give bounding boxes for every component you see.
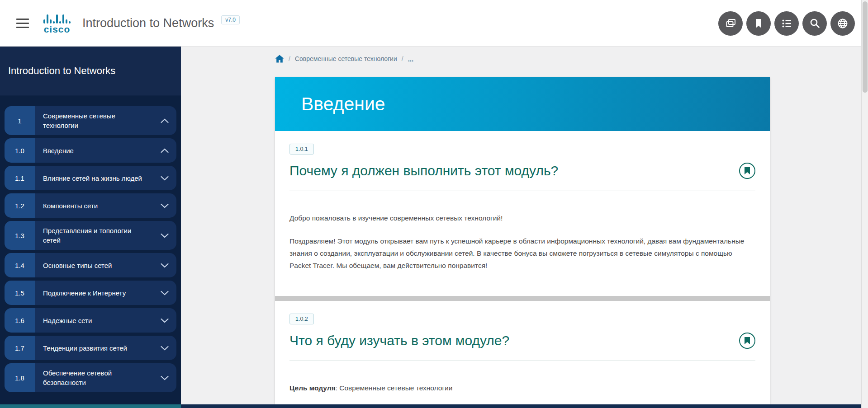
item-number: 1.3 (5, 221, 35, 250)
breadcrumb-ellipsis[interactable]: ... (408, 55, 414, 63)
sidebar-item-1-4[interactable]: 1.4 Основные типы сетей (5, 253, 176, 277)
sidebar-item-1-0[interactable]: 1.0 Введение (5, 138, 176, 163)
item-label: Компоненты сети (35, 193, 153, 218)
cisco-logo: cisco (43, 13, 71, 34)
chevron-down-icon[interactable] (153, 336, 176, 360)
section-banner: Введение (275, 77, 770, 131)
page-scrollbar[interactable] (861, 0, 868, 408)
chevron-up-icon[interactable] (153, 138, 176, 163)
sidebar-item-1[interactable]: 1 Современные сетевые технологии (5, 106, 176, 135)
sidebar-course-title: Introduction to Networks (0, 47, 181, 95)
topic-heading: Что я буду изучать в этом модуле? (289, 333, 509, 348)
item-label: Обеспечение сетевой безопасности (35, 363, 153, 392)
item-label: Подключение к Интернету (35, 281, 153, 305)
scrollbar-thumb[interactable] (863, 1, 868, 93)
item-number: 1.7 (5, 336, 35, 360)
chevron-down-icon[interactable] (153, 166, 176, 190)
index-icon[interactable] (774, 11, 799, 36)
module-goal-text: : Современные сетевые технологии (336, 384, 453, 392)
item-number: 1.1 (5, 166, 35, 190)
chevron-up-icon[interactable] (153, 106, 176, 135)
version-badge: v7.0 (221, 15, 240, 24)
topic-badge: 1.0.2 (289, 314, 314, 324)
sidebar-bottom-accent (0, 404, 181, 408)
bookmark-topic-button[interactable] (739, 163, 755, 179)
lesson-card: Введение 1.0.1 Почему я должен выполнить… (275, 77, 770, 404)
heading-divider (289, 191, 755, 191)
breadcrumb-separator: / (402, 55, 403, 62)
sidebar-item-1-7[interactable]: 1.7 Тенденции развития сетей (5, 336, 176, 360)
item-label: Представления и топологии сетей (35, 221, 153, 250)
sidebar-item-1-3[interactable]: 1.3 Представления и топологии сетей (5, 221, 176, 250)
heading-divider (289, 361, 755, 361)
collections-icon[interactable] (718, 11, 743, 36)
topic-heading: Почему я должен выполнить этот модуль? (289, 163, 558, 178)
item-number: 1.6 (5, 308, 35, 333)
bottom-bar (0, 404, 868, 408)
item-number: 1.4 (5, 253, 35, 277)
item-label: Основные типы сетей (35, 253, 153, 277)
item-label: Современные сетевые технологии (35, 106, 153, 135)
hamburger-menu-icon[interactable] (16, 19, 29, 28)
home-icon[interactable] (275, 55, 284, 63)
bookmark-topic-button[interactable] (739, 333, 755, 349)
item-number: 1.8 (5, 363, 35, 392)
chevron-down-icon[interactable] (153, 221, 176, 250)
item-number: 1.2 (5, 193, 35, 218)
header-toolbar (718, 0, 855, 47)
breadcrumb: / Современные сетевые технологии / ... (275, 55, 413, 63)
paragraph: Добро пожаловать в изучение современных … (289, 212, 755, 224)
lesson-body: 1.0.1 Почему я должен выполнить этот мод… (275, 131, 770, 394)
cisco-logo-text: cisco (44, 24, 71, 34)
breadcrumb-module-link[interactable]: Современные сетевые технологии (295, 55, 397, 62)
sidebar-item-1-6[interactable]: 1.6 Надежные сети (5, 308, 176, 333)
module-goal: Цель модуля: Современные сетевые техноло… (289, 382, 755, 394)
chevron-down-icon[interactable] (153, 253, 176, 277)
topic-badge: 1.0.1 (289, 144, 314, 155)
sidebar-item-1-2[interactable]: 1.2 Компоненты сети (5, 193, 176, 218)
breadcrumb-separator: / (289, 55, 290, 62)
paragraph: Поздравляем! Этот модуль открывает вам п… (289, 235, 755, 272)
app-header: cisco Introduction to Networks v7.0 (0, 0, 868, 47)
content-area: / Современные сетевые технологии / ... В… (181, 47, 861, 404)
chevron-down-icon[interactable] (153, 308, 176, 333)
section-banner-title: Введение (301, 94, 385, 115)
item-number: 1 (5, 106, 35, 135)
item-label: Надежные сети (35, 308, 153, 333)
sidebar-item-1-1[interactable]: 1.1 Влияние сетей на жизнь людей (5, 166, 176, 190)
section-divider-bar (275, 296, 770, 301)
module-goal-label: Цель модуля (289, 384, 336, 392)
sidebar-item-1-5[interactable]: 1.5 Подключение к Интернету (5, 281, 176, 305)
chevron-down-icon[interactable] (153, 193, 176, 218)
search-icon[interactable] (802, 11, 827, 36)
item-label: Введение (35, 138, 153, 163)
chevron-down-icon[interactable] (153, 281, 176, 305)
bookmark-icon[interactable] (746, 11, 771, 36)
item-number: 1.5 (5, 281, 35, 305)
chevron-down-icon[interactable] (153, 363, 176, 392)
cisco-logo-bars-icon (43, 13, 71, 23)
course-sidebar: Introduction to Networks 1 Современные с… (0, 47, 181, 404)
item-label: Влияние сетей на жизнь людей (35, 166, 153, 190)
globe-icon[interactable] (830, 11, 855, 36)
item-label: Тенденции развития сетей (35, 336, 153, 360)
sidebar-item-1-8[interactable]: 1.8 Обеспечение сетевой безопасности (5, 363, 176, 392)
module-nav: 1 Современные сетевые технологии 1.0 Вве… (0, 95, 181, 392)
course-title: Introduction to Networks (82, 16, 214, 30)
item-number: 1.0 (5, 138, 35, 163)
